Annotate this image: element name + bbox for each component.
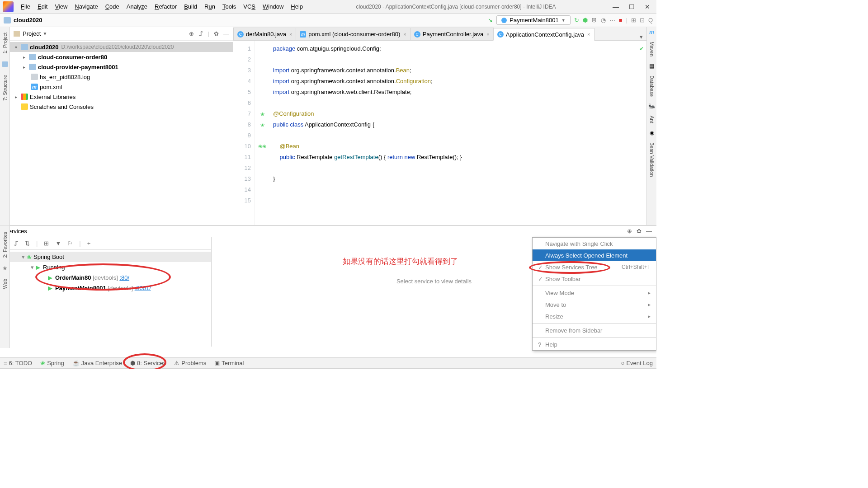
chevron-right-icon[interactable]: ▸ (21, 55, 27, 60)
menu-remove-sidebar[interactable]: Remove from Sidebar (533, 324, 656, 336)
terminal-button[interactable]: ▣ Terminal (214, 360, 244, 366)
service-item[interactable]: ▶ OrderMain80 [devtools] :80/ (10, 272, 211, 283)
menu-help[interactable]: ?Help (533, 338, 656, 350)
search-icon[interactable]: ⊡ (640, 17, 645, 23)
tree-file[interactable]: hs_err_pid8028.log (10, 72, 233, 82)
problems-button[interactable]: ⚠ Problems (174, 360, 206, 366)
spring-icon[interactable]: ❀ (256, 119, 269, 130)
gear-icon[interactable]: ✿ (214, 30, 219, 37)
close-icon[interactable]: × (289, 32, 292, 37)
menu-move-to[interactable]: Move to▸ (533, 299, 656, 310)
service-item[interactable]: ▶ PaymentMain8001 [devtools] :8001/ (10, 283, 211, 293)
bean-icon[interactable]: ◉ (650, 130, 654, 136)
chevron-down-icon[interactable]: ▾ (31, 264, 34, 271)
menu-vcs[interactable]: VCS (241, 1, 258, 12)
menu-code[interactable]: Code (103, 1, 122, 12)
ant-icon[interactable]: 🐜 (648, 103, 655, 109)
code-content[interactable]: package com.atguigu.springcloud.Config; … (255, 41, 462, 225)
chevron-down-icon[interactable]: ▾ (22, 253, 25, 260)
stop-icon[interactable]: ■ (619, 17, 623, 23)
todo-button[interactable]: ≡ 6: TODO (4, 360, 32, 366)
close-icon[interactable]: × (486, 32, 489, 37)
favorites-tool-button[interactable]: 2: Favorites (2, 232, 8, 258)
ant-tool-button[interactable]: Ant (649, 114, 655, 125)
running-node[interactable]: ▾ ▶ Running (10, 262, 211, 272)
menu-view-mode[interactable]: View Mode▸ (533, 287, 656, 299)
debug-icon[interactable]: ⬢ (583, 17, 588, 23)
minimize-icon[interactable]: — (613, 3, 619, 10)
chevron-right-icon[interactable]: ▸ (13, 94, 19, 99)
close-icon[interactable]: × (587, 32, 590, 37)
expand-icon[interactable]: ⇵ (14, 240, 19, 247)
target-icon[interactable]: ⊕ (627, 228, 632, 235)
tree-file[interactable]: m pom.xml (10, 82, 233, 92)
maven-icon[interactable]: m (649, 29, 654, 35)
editor-tab[interactable]: mpom.xml (cloud-consumer-order80)× (296, 28, 410, 40)
editor-tab[interactable]: CderMain80.java× (233, 28, 296, 40)
menu-resize[interactable]: Resize▸ (533, 310, 656, 322)
spring-button[interactable]: ❀ Spring (40, 360, 64, 366)
menu-refactor[interactable]: Refactor (152, 1, 179, 12)
structure-tool-button[interactable]: 7: Structure (2, 72, 8, 103)
web-tool-button[interactable]: Web (2, 279, 8, 289)
star-icon[interactable]: ★ (2, 265, 8, 272)
close-icon[interactable]: × (403, 32, 406, 37)
collapse-icon[interactable]: ⇅ (25, 240, 30, 247)
collapse-icon[interactable]: ⇵ (198, 30, 203, 37)
menu-navigate-single-click[interactable]: Navigate with Single Click (533, 238, 656, 249)
project-tree[interactable]: ▾ cloud2020 D:\workspace\cloud2020\cloud… (10, 41, 233, 225)
services-tree[interactable]: ▾ ❀ Spring Boot ▾ ▶ Running ▶ OrderMain8… (10, 250, 211, 347)
menu-always-select[interactable]: Always Select Opened Element (533, 249, 656, 261)
tree-root[interactable]: ▾ cloud2020 D:\workspace\cloud2020\cloud… (10, 42, 233, 52)
project-title[interactable]: Project (23, 30, 41, 37)
menu-analyze[interactable]: Analyze (124, 1, 150, 12)
hide-icon[interactable]: — (223, 30, 229, 37)
menu-navigate[interactable]: Navigate (72, 1, 100, 12)
update-icon[interactable]: ⊞ (631, 17, 636, 23)
spring-icon[interactable]: ❀ (256, 108, 269, 119)
code-area[interactable]: ✔ 123456789101112131415 ❀ ❀ ❀❀ package c… (233, 41, 646, 225)
editor-tab[interactable]: CPaymentController.java× (410, 28, 494, 40)
editor-tab-active[interactable]: CApplicationContextConfig.java× (493, 28, 594, 41)
run-config-selector[interactable]: PaymentMain8001 ▼ (496, 15, 570, 25)
maximize-icon[interactable]: ☐ (629, 3, 635, 10)
gear-icon[interactable]: ✿ (637, 228, 642, 235)
spring-boot-node[interactable]: ▾ ❀ Spring Boot (10, 252, 211, 262)
app-port[interactable]: :80/ (119, 274, 129, 281)
run-icon[interactable]: ↻ (574, 17, 579, 23)
tree-scratches[interactable]: Scratches and Consoles (10, 102, 233, 112)
add-icon[interactable]: + (87, 240, 91, 247)
menu-help[interactable]: Help (288, 1, 306, 12)
menu-window[interactable]: Window (260, 1, 286, 12)
menu-show-toolbar[interactable]: ✓Show Toolbar (533, 273, 656, 285)
event-log-button[interactable]: ○ Event Log (621, 360, 653, 366)
database-icon[interactable]: ▤ (649, 63, 654, 69)
services-button[interactable]: ⬢ 8: Services (130, 360, 166, 366)
app-port[interactable]: :8001/ (135, 285, 151, 291)
chevron-right-icon[interactable]: ▸ (21, 65, 27, 70)
menu-build[interactable]: Build (181, 1, 200, 12)
database-tool-button[interactable]: Database (649, 74, 655, 99)
bean-icon[interactable]: ❀❀ (256, 141, 269, 152)
hide-icon[interactable]: — (646, 228, 652, 235)
bean-tool-button[interactable]: Bean Validation (649, 141, 655, 178)
profile-icon[interactable]: ◔ (601, 17, 606, 23)
tree-module[interactable]: ▸ cloud-provider-payment8001 (10, 62, 233, 72)
build-icon[interactable]: ↘ (488, 17, 493, 23)
tag-icon[interactable]: ⚐ (67, 240, 73, 247)
tree-external-libs[interactable]: ▸ External Libraries (10, 92, 233, 102)
group-icon[interactable]: ⊞ (44, 240, 49, 247)
menu-view[interactable]: View (52, 1, 70, 12)
chevron-down-icon[interactable]: ▾ (13, 45, 19, 50)
maven-tool-button[interactable]: Maven (649, 40, 655, 58)
coverage-icon[interactable]: ⛨ (591, 17, 597, 23)
menu-tools[interactable]: Tools (220, 1, 239, 12)
attached-icon[interactable]: ⋯ (609, 17, 615, 23)
breadcrumb[interactable]: cloud2020 (14, 17, 42, 23)
tree-module[interactable]: ▸ cloud-consumer-order80 (10, 52, 233, 62)
target-icon[interactable]: ⊕ (189, 30, 194, 37)
find-icon[interactable]: Q (648, 17, 653, 23)
filter-icon[interactable]: ▼ (55, 240, 61, 247)
menu-run[interactable]: Run (202, 1, 218, 12)
project-tool-button[interactable]: 1: Project (2, 30, 8, 56)
